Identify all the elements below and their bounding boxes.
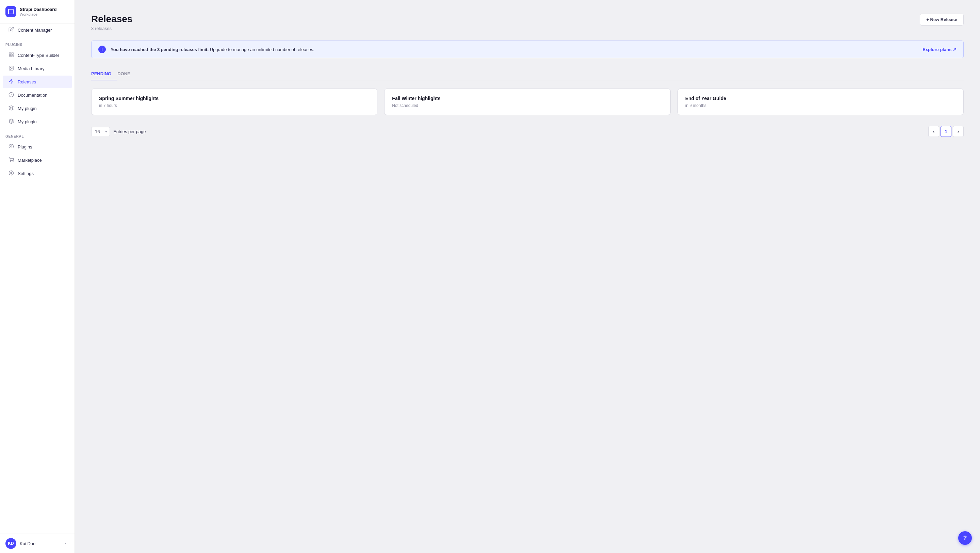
user-name: Kai Doe [20, 541, 59, 546]
sidebar-item-label: Plugins [18, 144, 32, 150]
svg-marker-6 [9, 79, 13, 83]
sidebar-footer: KD Kai Doe ‹ [0, 534, 75, 553]
sidebar: Strapi Dashboard Workplace Content Manag… [0, 0, 75, 553]
svg-point-10 [11, 146, 12, 147]
banner-text: You have reached the 3 pending releases … [111, 47, 918, 52]
sidebar-item-label: My plugin [18, 106, 37, 111]
svg-point-12 [13, 161, 13, 162]
entries-per-page-select[interactable]: 16 32 64 [91, 127, 110, 136]
entries-select-wrapper[interactable]: 16 32 64 [91, 127, 110, 136]
explore-plans-link[interactable]: Explore plans ↗ [923, 47, 956, 52]
tab-done[interactable]: DONE [118, 68, 137, 80]
sidebar-item-label: My plugin [18, 119, 37, 124]
general-section-label: GENERAL [0, 128, 75, 140]
prev-page-button[interactable]: ‹ [928, 126, 939, 137]
sidebar-item-media-library[interactable]: Media Library [3, 62, 72, 75]
page-title: Releases [91, 14, 132, 24]
app-title: Strapi Dashboard [20, 7, 56, 12]
sidebar-header: Strapi Dashboard Workplace [0, 0, 75, 24]
sidebar-item-plugins[interactable]: Plugins [3, 141, 72, 153]
release-card-title: End of Year Guide [685, 96, 956, 101]
tab-pending[interactable]: PENDING [91, 68, 118, 80]
current-page-number: 1 [940, 126, 951, 137]
page-subtitle: 3 releases [91, 26, 132, 31]
svg-point-5 [10, 67, 11, 68]
banner-bold-text: You have reached the 3 pending releases … [111, 47, 208, 52]
app-subtitle: Workplace [20, 12, 56, 16]
sidebar-item-documentation[interactable]: Documentation [3, 89, 72, 102]
plugins-icon [8, 144, 14, 150]
svg-rect-3 [9, 55, 11, 57]
plugins-section-label: PLUGINS [0, 37, 75, 49]
svg-rect-1 [11, 53, 13, 54]
page-header: Releases 3 releases + New Release [91, 14, 964, 31]
edit-icon [8, 27, 14, 33]
plugin-icon [8, 105, 14, 112]
new-release-button[interactable]: + New Release [920, 14, 964, 25]
entries-per-page-label: Entries per page [113, 129, 146, 134]
svg-rect-2 [11, 55, 13, 57]
sidebar-item-label: Releases [18, 79, 36, 84]
help-button[interactable]: ? [958, 531, 972, 545]
sidebar-item-marketplace[interactable]: Marketplace [3, 154, 72, 167]
svg-point-11 [10, 161, 11, 162]
sidebar-item-releases[interactable]: Releases [3, 76, 72, 88]
sidebar-item-my-plugin-2[interactable]: My plugin [3, 115, 72, 128]
sidebar-item-label: Marketplace [18, 158, 42, 163]
sidebar-item-settings[interactable]: Settings [3, 167, 72, 180]
banner-message: Upgrade to manage an unlimited number of… [210, 47, 314, 52]
release-card-title: Fall Winter highlights [392, 96, 662, 101]
next-page-button[interactable]: › [953, 126, 964, 137]
info-banner: i You have reached the 3 pending release… [91, 40, 964, 58]
sidebar-item-content-manager[interactable]: Content Manager [3, 24, 72, 37]
app-logo [5, 6, 16, 17]
release-card-title: Spring Summer highlights [99, 96, 369, 101]
release-card-subtitle: Not scheduled [392, 103, 662, 108]
plugin-icon-2 [8, 118, 14, 125]
release-card-spring-summer[interactable]: Spring Summer highlights in 7 hours [91, 89, 377, 115]
sidebar-item-label: Content Manager [18, 27, 52, 33]
tabs-container: PENDING DONE [91, 68, 964, 80]
svg-point-13 [11, 172, 12, 174]
svg-rect-0 [9, 53, 11, 54]
releases-icon [8, 79, 14, 85]
user-avatar[interactable]: KD [5, 538, 16, 549]
entries-per-page: 16 32 64 Entries per page [91, 127, 146, 136]
title-area: Releases 3 releases [91, 14, 132, 31]
release-card-end-of-year[interactable]: End of Year Guide in 9 months [678, 89, 964, 115]
pagination: 16 32 64 Entries per page ‹ 1 › [91, 124, 964, 138]
logo-icon [8, 9, 14, 14]
documentation-icon [8, 92, 14, 99]
content-type-icon [8, 52, 14, 59]
marketplace-icon [8, 157, 14, 163]
main-content: Releases 3 releases + New Release i You … [75, 0, 980, 553]
settings-icon [8, 170, 14, 177]
sidebar-item-content-type-builder[interactable]: Content-Type Builder [3, 49, 72, 62]
release-card-fall-winter[interactable]: Fall Winter highlights Not scheduled [384, 89, 670, 115]
releases-grid: Spring Summer highlights in 7 hours Fall… [91, 89, 964, 115]
sidebar-item-label: Media Library [18, 66, 45, 71]
page-navigation: ‹ 1 › [928, 126, 964, 137]
info-icon: i [98, 46, 106, 53]
app-info: Strapi Dashboard Workplace [20, 7, 56, 16]
sidebar-item-label: Settings [18, 171, 34, 176]
sidebar-item-my-plugin-1[interactable]: My plugin [3, 102, 72, 115]
sidebar-item-label: Content-Type Builder [18, 53, 59, 58]
media-icon [8, 65, 14, 72]
release-card-subtitle: in 7 hours [99, 103, 369, 108]
collapse-sidebar-button[interactable]: ‹ [62, 540, 69, 547]
release-card-subtitle: in 9 months [685, 103, 956, 108]
sidebar-item-label: Documentation [18, 92, 47, 98]
